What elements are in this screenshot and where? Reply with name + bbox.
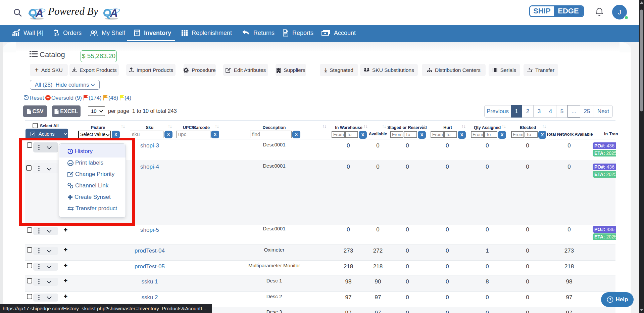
svg-text:A: A [35,7,43,19]
svg-text:?: ? [609,298,611,302]
svg-text:A: A [110,7,118,19]
